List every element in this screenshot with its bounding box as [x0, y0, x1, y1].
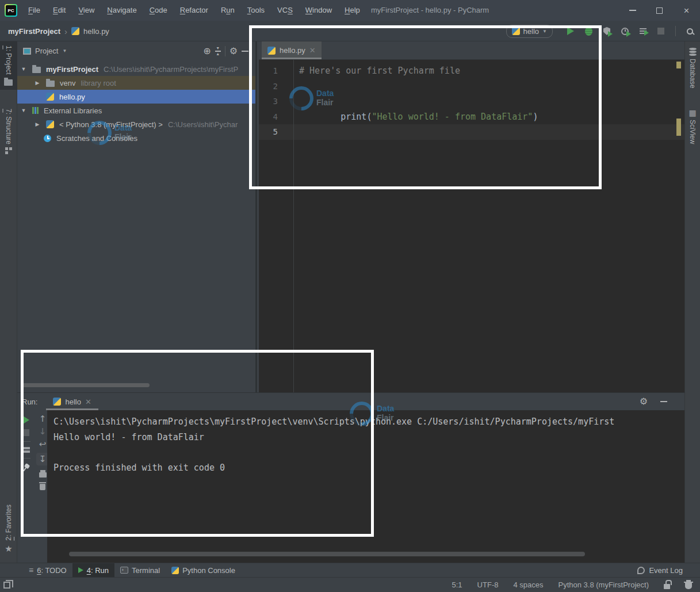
- menu-bar: File Edit View Navigate Code Refactor Ru…: [22, 0, 366, 21]
- collapse-all-button[interactable]: ▼▲: [215, 47, 221, 56]
- breadcrumb-file[interactable]: hello.py: [83, 27, 109, 36]
- mini-play-icon: [644, 30, 649, 36]
- toolbar-divider: [225, 46, 225, 56]
- annotation-rectangle-console: [21, 350, 374, 537]
- mini-play-icon: [626, 31, 631, 37]
- expand-arrow-icon[interactable]: ▼: [21, 108, 26, 113]
- caret-position[interactable]: 5:1: [452, 580, 462, 589]
- database-icon: [689, 48, 697, 56]
- lock-icon[interactable]: [664, 584, 670, 589]
- window-title: myFirstProject - hello.py - PyCharm: [371, 0, 489, 21]
- highlighting-level-icon[interactable]: [685, 583, 692, 589]
- menu-window[interactable]: Window: [299, 0, 338, 21]
- grid-icon: ▦: [688, 109, 696, 117]
- menu-file[interactable]: File: [22, 0, 47, 21]
- project-view-icon: [23, 48, 31, 55]
- chevron-down-icon[interactable]: ▼: [62, 48, 67, 54]
- tree-row-external-libraries[interactable]: ▼ External Libraries: [17, 104, 255, 117]
- breadcrumb-separator: ›: [64, 26, 67, 36]
- toolwindow-todo[interactable]: ≡ 6: TODO: [23, 563, 72, 578]
- folder-icon: [32, 67, 41, 73]
- libraries-icon: [32, 107, 39, 114]
- stop-button-disabled: [657, 28, 664, 35]
- toolwindow-python-console[interactable]: Python Console: [166, 563, 241, 578]
- scratches-icon: [44, 135, 51, 142]
- close-icon: ×: [684, 6, 690, 16]
- pycharm-window: PC File Edit View Navigate Code Refactor…: [0, 0, 700, 592]
- python-file-icon: [71, 27, 79, 35]
- collapse-arrow-icon[interactable]: ▶: [35, 121, 40, 127]
- locate-file-button[interactable]: ⊕: [203, 47, 211, 56]
- title-bar: PC File Edit View Navigate Code Refactor…: [0, 0, 700, 21]
- project-panel-title[interactable]: Project: [35, 47, 58, 55]
- expand-arrow-icon[interactable]: ▼: [21, 66, 26, 72]
- toolwindow-terminal[interactable]: › Terminal: [114, 563, 166, 578]
- maximize-icon: [656, 7, 663, 14]
- breadcrumb-project[interactable]: myFirstProject: [8, 27, 60, 36]
- horizontal-scrollbar[interactable]: [69, 552, 585, 556]
- mini-play-icon: [608, 31, 613, 37]
- tree-row-hello-py[interactable]: hello.py: [17, 90, 255, 104]
- sidebar-item-structure[interactable]: 7: Structure: [0, 105, 17, 158]
- sidebar-item-sciview[interactable]: ▦ SciView: [684, 105, 700, 148]
- menu-run[interactable]: Run: [215, 0, 241, 21]
- project-tool-window: Project ▼ ⊕ ▼▲ ⚙ ▼ myFirstProject C:\Use…: [17, 41, 257, 392]
- tree-row-venv[interactable]: ▶ venv library root: [17, 76, 255, 90]
- event-log-button[interactable]: Event Log: [637, 566, 683, 575]
- folder-icon: [4, 79, 13, 86]
- hide-panel-button[interactable]: [242, 51, 248, 52]
- sidebar-item-project[interactable]: 1: Project: [0, 41, 17, 90]
- collapse-arrow-icon[interactable]: ▶: [35, 80, 40, 86]
- pycharm-logo-icon: PC: [5, 4, 17, 17]
- inspection-stripe-mark[interactable]: [676, 119, 681, 136]
- menu-tools[interactable]: Tools: [241, 0, 271, 21]
- event-log-icon: [637, 567, 645, 574]
- tool-window-switcher-icon[interactable]: [3, 582, 10, 589]
- tree-row-project-root[interactable]: ▼ myFirstProject C:\Users\ishit\PycharmP…: [17, 62, 255, 76]
- menu-view[interactable]: View: [72, 0, 101, 21]
- close-button[interactable]: ×: [673, 0, 700, 21]
- folder-icon: [46, 81, 55, 87]
- python-file-icon: [46, 93, 54, 101]
- star-icon: ★: [5, 544, 12, 554]
- file-encoding[interactable]: UTF-8: [477, 580, 499, 589]
- run-icon: [78, 567, 83, 573]
- toolbar-divider: [675, 26, 676, 36]
- right-tool-stripe: Database ▦ SciView: [684, 41, 700, 563]
- toolwindow-run[interactable]: 4: Run: [72, 563, 114, 578]
- structure-icon: [5, 147, 12, 154]
- menu-vcs[interactable]: VCS: [271, 0, 299, 21]
- gear-icon[interactable]: ⚙: [229, 47, 238, 56]
- left-tool-stripe: 1: Project 7: Structure 2: Favorites ★: [0, 41, 17, 563]
- terminal-icon: ›: [120, 567, 128, 574]
- python-icon: [46, 120, 54, 128]
- tool-window-bar: ≡ 6: TODO 4: Run › Terminal Python Conso…: [0, 563, 700, 577]
- hide-panel-button[interactable]: [660, 401, 667, 402]
- breadcrumb: myFirstProject › hello.py: [8, 21, 109, 41]
- project-tree: ▼ myFirstProject C:\Users\ishit\PycharmP…: [17, 62, 255, 145]
- menu-help[interactable]: Help: [338, 0, 366, 21]
- interpreter-setting[interactable]: Python 3.8 (myFirstProject): [559, 580, 649, 589]
- status-bar: 5:1 UTF-8 4 spaces Python 3.8 (myFirstPr…: [0, 577, 700, 592]
- menu-refactor[interactable]: Refactor: [174, 0, 215, 21]
- run-coverage-button[interactable]: [603, 27, 610, 35]
- concurrency-button[interactable]: [640, 28, 647, 34]
- maximize-button[interactable]: [646, 0, 673, 21]
- gear-icon[interactable]: ⚙: [640, 397, 648, 406]
- menu-edit[interactable]: Edit: [47, 0, 72, 21]
- indent-setting[interactable]: 4 spaces: [513, 580, 543, 589]
- sidebar-item-database[interactable]: Database: [684, 44, 700, 92]
- menu-navigate[interactable]: Navigate: [101, 0, 143, 21]
- minimize-icon: [629, 10, 636, 11]
- tree-row-python-interpreter[interactable]: ▶ < Python 3.8 (myFirstProject) > C:\Use…: [17, 117, 255, 131]
- menu-code[interactable]: Code: [143, 0, 174, 21]
- project-panel-header: Project ▼ ⊕ ▼▲ ⚙: [17, 41, 255, 60]
- todo-list-icon: ≡: [29, 566, 33, 575]
- sidebar-item-favorites[interactable]: 2: Favorites ★: [0, 501, 17, 558]
- inspection-stripe-mark[interactable]: [676, 62, 681, 68]
- profiler-button[interactable]: [621, 28, 629, 35]
- search-everywhere-button[interactable]: [687, 28, 693, 35]
- tree-row-scratches[interactable]: Scratches and Consoles: [17, 131, 255, 145]
- minimize-button[interactable]: [619, 0, 646, 21]
- window-controls: ×: [619, 0, 700, 21]
